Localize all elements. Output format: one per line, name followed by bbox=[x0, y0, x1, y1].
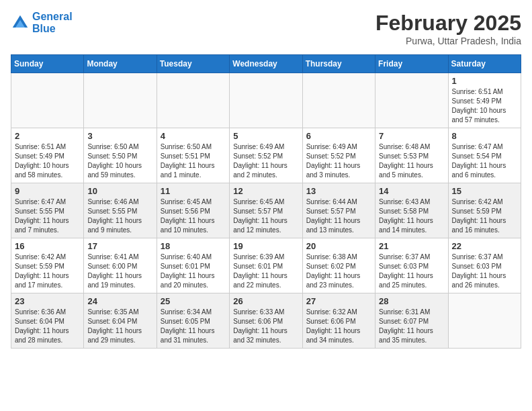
day-info: Sunrise: 6:50 AM Sunset: 5:50 PM Dayligh… bbox=[87, 142, 152, 180]
day-info: Sunrise: 6:36 AM Sunset: 6:04 PM Dayligh… bbox=[15, 308, 80, 345]
day-number: 23 bbox=[15, 296, 80, 306]
day-number: 8 bbox=[452, 131, 517, 141]
calendar-week-row: 16Sunrise: 6:42 AM Sunset: 5:59 PM Dayli… bbox=[11, 238, 521, 293]
day-info: Sunrise: 6:49 AM Sunset: 5:52 PM Dayligh… bbox=[306, 142, 371, 180]
day-number: 18 bbox=[161, 241, 226, 251]
calendar-day-cell: 9Sunrise: 6:47 AM Sunset: 5:55 PM Daylig… bbox=[11, 183, 84, 238]
day-number: 11 bbox=[161, 186, 226, 196]
calendar-day-cell bbox=[375, 73, 448, 128]
day-number: 17 bbox=[87, 241, 152, 251]
month-year: February 2025 bbox=[375, 11, 521, 36]
weekday-header: Monday bbox=[84, 55, 157, 73]
calendar-day-cell: 4Sunrise: 6:50 AM Sunset: 5:51 PM Daylig… bbox=[157, 128, 229, 183]
day-info: Sunrise: 6:37 AM Sunset: 6:03 PM Dayligh… bbox=[452, 253, 517, 290]
day-info: Sunrise: 6:51 AM Sunset: 5:49 PM Dayligh… bbox=[15, 142, 80, 180]
day-number: 15 bbox=[452, 186, 517, 196]
calendar-table: SundayMondayTuesdayWednesdayThursdayFrid… bbox=[11, 54, 521, 349]
weekday-header: Tuesday bbox=[157, 55, 229, 73]
day-info: Sunrise: 6:50 AM Sunset: 5:51 PM Dayligh… bbox=[161, 142, 226, 180]
calendar-day-cell bbox=[84, 73, 157, 128]
calendar-day-cell: 7Sunrise: 6:48 AM Sunset: 5:53 PM Daylig… bbox=[375, 128, 448, 183]
day-number: 10 bbox=[87, 186, 152, 196]
calendar-day-cell: 16Sunrise: 6:42 AM Sunset: 5:59 PM Dayli… bbox=[11, 238, 84, 293]
calendar-day-cell: 8Sunrise: 6:47 AM Sunset: 5:54 PM Daylig… bbox=[448, 128, 521, 183]
calendar-day-cell: 5Sunrise: 6:49 AM Sunset: 5:52 PM Daylig… bbox=[230, 128, 302, 183]
day-number: 20 bbox=[306, 241, 371, 251]
day-info: Sunrise: 6:48 AM Sunset: 5:53 PM Dayligh… bbox=[379, 142, 444, 180]
day-info: Sunrise: 6:42 AM Sunset: 5:59 PM Dayligh… bbox=[15, 253, 80, 290]
day-number: 21 bbox=[379, 241, 444, 251]
day-info: Sunrise: 6:37 AM Sunset: 6:03 PM Dayligh… bbox=[379, 253, 444, 290]
calendar-day-cell: 22Sunrise: 6:37 AM Sunset: 6:03 PM Dayli… bbox=[448, 238, 521, 293]
page-header: General Blue February 2025 Purwa, Uttar … bbox=[11, 11, 521, 46]
calendar-week-row: 1Sunrise: 6:51 AM Sunset: 5:49 PM Daylig… bbox=[11, 73, 521, 128]
day-info: Sunrise: 6:32 AM Sunset: 6:06 PM Dayligh… bbox=[306, 308, 371, 345]
calendar-week-row: 23Sunrise: 6:36 AM Sunset: 6:04 PM Dayli… bbox=[11, 293, 521, 349]
day-number: 22 bbox=[452, 241, 517, 251]
calendar-day-cell: 13Sunrise: 6:44 AM Sunset: 5:57 PM Dayli… bbox=[302, 183, 375, 238]
day-number: 9 bbox=[15, 186, 80, 196]
calendar-day-cell: 2Sunrise: 6:51 AM Sunset: 5:49 PM Daylig… bbox=[11, 128, 84, 183]
day-number: 6 bbox=[306, 131, 371, 141]
calendar-day-cell bbox=[157, 73, 229, 128]
calendar-day-cell: 15Sunrise: 6:42 AM Sunset: 5:59 PM Dayli… bbox=[448, 183, 521, 238]
logo: General Blue bbox=[11, 11, 73, 34]
day-number: 14 bbox=[379, 186, 444, 196]
day-info: Sunrise: 6:41 AM Sunset: 6:00 PM Dayligh… bbox=[87, 253, 152, 290]
logo-line2: Blue bbox=[32, 23, 73, 35]
calendar-day-cell: 14Sunrise: 6:43 AM Sunset: 5:58 PM Dayli… bbox=[375, 183, 448, 238]
day-number: 7 bbox=[379, 131, 444, 141]
weekday-header-row: SundayMondayTuesdayWednesdayThursdayFrid… bbox=[11, 55, 521, 73]
day-number: 25 bbox=[161, 296, 226, 306]
day-number: 13 bbox=[306, 186, 371, 196]
day-info: Sunrise: 6:47 AM Sunset: 5:55 PM Dayligh… bbox=[15, 197, 80, 235]
day-info: Sunrise: 6:45 AM Sunset: 5:57 PM Dayligh… bbox=[233, 197, 298, 235]
day-number: 12 bbox=[233, 186, 298, 196]
day-info: Sunrise: 6:51 AM Sunset: 5:49 PM Dayligh… bbox=[452, 87, 517, 125]
calendar-day-cell: 19Sunrise: 6:39 AM Sunset: 6:01 PM Dayli… bbox=[230, 238, 302, 293]
day-number: 16 bbox=[15, 241, 80, 251]
day-info: Sunrise: 6:39 AM Sunset: 6:01 PM Dayligh… bbox=[233, 253, 298, 290]
calendar-day-cell: 25Sunrise: 6:34 AM Sunset: 6:05 PM Dayli… bbox=[157, 293, 229, 349]
weekday-header: Thursday bbox=[302, 55, 375, 73]
weekday-header: Saturday bbox=[448, 55, 521, 73]
day-number: 1 bbox=[452, 76, 517, 86]
day-number: 26 bbox=[233, 296, 298, 306]
day-number: 3 bbox=[87, 131, 152, 141]
day-info: Sunrise: 6:33 AM Sunset: 6:06 PM Dayligh… bbox=[233, 308, 298, 345]
calendar-day-cell: 27Sunrise: 6:32 AM Sunset: 6:06 PM Dayli… bbox=[302, 293, 375, 349]
calendar-day-cell: 3Sunrise: 6:50 AM Sunset: 5:50 PM Daylig… bbox=[84, 128, 157, 183]
calendar-day-cell: 20Sunrise: 6:38 AM Sunset: 6:02 PM Dayli… bbox=[302, 238, 375, 293]
logo-line1: General bbox=[32, 11, 73, 23]
calendar-day-cell bbox=[230, 73, 302, 128]
title-block: February 2025 Purwa, Uttar Pradesh, Indi… bbox=[375, 11, 521, 46]
day-info: Sunrise: 6:45 AM Sunset: 5:56 PM Dayligh… bbox=[161, 197, 226, 235]
day-number: 2 bbox=[15, 131, 80, 141]
day-info: Sunrise: 6:49 AM Sunset: 5:52 PM Dayligh… bbox=[233, 142, 298, 180]
day-number: 28 bbox=[379, 296, 444, 306]
day-number: 27 bbox=[306, 296, 371, 306]
calendar-day-cell: 24Sunrise: 6:35 AM Sunset: 6:04 PM Dayli… bbox=[84, 293, 157, 349]
calendar-day-cell bbox=[11, 73, 84, 128]
calendar-week-row: 9Sunrise: 6:47 AM Sunset: 5:55 PM Daylig… bbox=[11, 183, 521, 238]
day-info: Sunrise: 6:34 AM Sunset: 6:05 PM Dayligh… bbox=[161, 308, 226, 345]
day-info: Sunrise: 6:31 AM Sunset: 6:07 PM Dayligh… bbox=[379, 308, 444, 345]
calendar-day-cell: 6Sunrise: 6:49 AM Sunset: 5:52 PM Daylig… bbox=[302, 128, 375, 183]
calendar-day-cell: 1Sunrise: 6:51 AM Sunset: 5:49 PM Daylig… bbox=[448, 73, 521, 128]
day-info: Sunrise: 6:47 AM Sunset: 5:54 PM Dayligh… bbox=[452, 142, 517, 180]
calendar-day-cell: 12Sunrise: 6:45 AM Sunset: 5:57 PM Dayli… bbox=[230, 183, 302, 238]
day-info: Sunrise: 6:38 AM Sunset: 6:02 PM Dayligh… bbox=[306, 253, 371, 290]
day-info: Sunrise: 6:40 AM Sunset: 6:01 PM Dayligh… bbox=[161, 253, 226, 290]
day-number: 19 bbox=[233, 241, 298, 251]
calendar-day-cell: 11Sunrise: 6:45 AM Sunset: 5:56 PM Dayli… bbox=[157, 183, 229, 238]
weekday-header: Wednesday bbox=[230, 55, 302, 73]
calendar-week-row: 2Sunrise: 6:51 AM Sunset: 5:49 PM Daylig… bbox=[11, 128, 521, 183]
logo-icon bbox=[11, 13, 30, 32]
calendar-day-cell bbox=[448, 293, 521, 349]
day-info: Sunrise: 6:42 AM Sunset: 5:59 PM Dayligh… bbox=[452, 197, 517, 235]
calendar-day-cell: 26Sunrise: 6:33 AM Sunset: 6:06 PM Dayli… bbox=[230, 293, 302, 349]
weekday-header: Friday bbox=[375, 55, 448, 73]
day-info: Sunrise: 6:35 AM Sunset: 6:04 PM Dayligh… bbox=[87, 308, 152, 345]
day-info: Sunrise: 6:44 AM Sunset: 5:57 PM Dayligh… bbox=[306, 197, 371, 235]
calendar-day-cell bbox=[302, 73, 375, 128]
